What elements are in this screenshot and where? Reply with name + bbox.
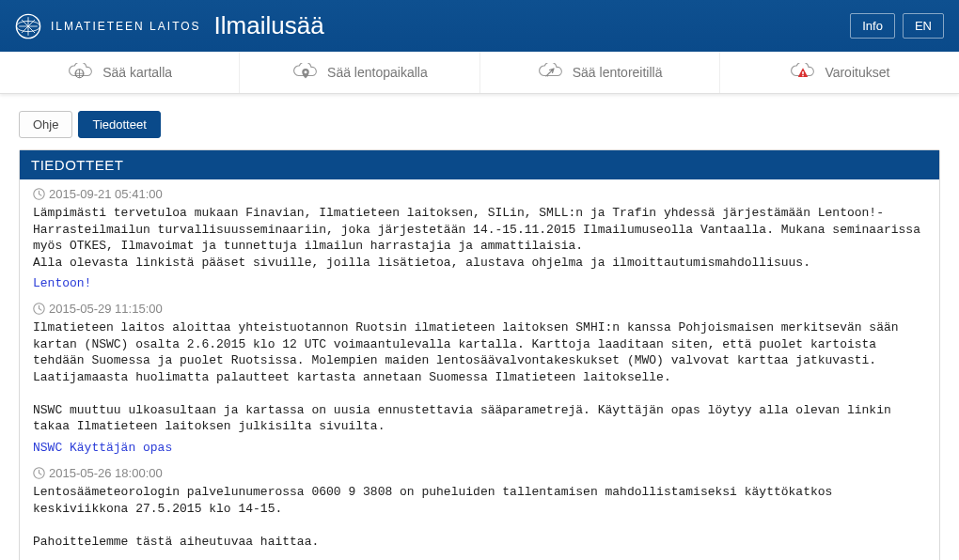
panel-title: TIEDOTTEET	[20, 150, 939, 179]
fmi-logo-icon	[15, 13, 41, 39]
brand-cluster: ILMATIETEEN LAITOS	[15, 13, 201, 39]
svg-rect-4	[803, 71, 805, 74]
bulletin-entry: 2015-09-21 05:41:00Lämpimästi tervetuloa…	[20, 179, 939, 294]
bulletins-panel: TIEDOTTEET 2015-09-21 05:41:00Lämpimästi…	[19, 149, 940, 560]
nav-weather-map[interactable]: Sää kartalla	[0, 52, 239, 93]
tab-row: Ohje Tiedotteet	[0, 94, 959, 149]
cloud-warning-icon	[789, 63, 817, 82]
cloud-globe-icon	[67, 63, 95, 82]
nav-weather-airport[interactable]: Sää lentopaikalla	[239, 52, 479, 93]
bulletin-entry: 2015-05-26 18:00:00Lentosäämeteorologin …	[20, 459, 939, 553]
clock-icon	[33, 188, 45, 200]
bulletin-body: Lentosäämeteorologin palvelunumerossa 06…	[33, 484, 926, 550]
bulletin-body: Ilmatieteen laitos aloittaa yhteistuotan…	[33, 319, 926, 435]
language-button[interactable]: EN	[903, 13, 944, 39]
nav-label: Sää lentoreitillä	[573, 65, 663, 80]
top-bar: ILMATIETEEN LAITOS Ilmailusää Info EN	[0, 0, 959, 52]
nav-weather-route[interactable]: Sää lentoreitillä	[480, 52, 719, 93]
bulletin-link[interactable]: Lentoon!	[33, 276, 91, 290]
bulletin-timestamp: 2015-05-26 18:00:00	[33, 466, 926, 480]
nav-label: Varoitukset	[825, 65, 889, 80]
bulletin-timestamp: 2015-09-21 05:41:00	[33, 187, 926, 201]
cloud-plane-icon	[537, 63, 565, 82]
bulletin-body: Lämpimästi tervetuloa mukaan Finavian, I…	[33, 205, 926, 271]
cloud-pin-icon	[291, 63, 320, 82]
clock-icon	[33, 467, 45, 479]
nav-label: Sää kartalla	[102, 65, 172, 80]
bulletin-timestamp: 2015-05-29 11:15:00	[33, 302, 926, 316]
nav-warnings[interactable]: Varoitukset	[719, 52, 959, 93]
bulletin-entry: 2015-05-29 11:15:00Ilmatieteen laitos al…	[20, 294, 939, 459]
tab-help[interactable]: Ohje	[19, 111, 72, 138]
main-nav: Sää kartalla Sää lentopaikalla Sää lento…	[0, 52, 959, 94]
svg-rect-5	[803, 75, 805, 77]
bulletin-link[interactable]: NSWC Käyttäjän opas	[33, 441, 172, 455]
svg-point-3	[305, 70, 307, 73]
clock-icon	[33, 303, 45, 315]
info-button[interactable]: Info	[850, 13, 895, 39]
page-title: Ilmailusää	[214, 11, 324, 40]
brand-text: ILMATIETEEN LAITOS	[51, 20, 201, 33]
tab-bulletins[interactable]: Tiedotteet	[78, 111, 160, 138]
nav-label: Sää lentopaikalla	[327, 65, 428, 80]
